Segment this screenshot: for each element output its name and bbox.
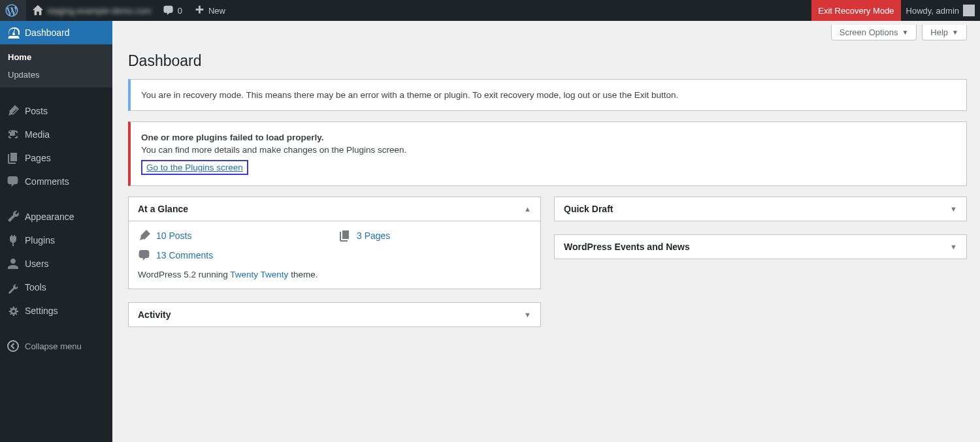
exit-recovery-button[interactable]: Exit Recovery Mode <box>811 0 900 21</box>
plus-icon <box>193 4 206 17</box>
posts-link[interactable]: 10 Posts <box>156 230 191 241</box>
glance-pages: 3 Pages <box>338 229 531 242</box>
activity-header[interactable]: Activity ▼ <box>129 303 540 326</box>
site-name-menu[interactable]: staging.example-demo.com <box>26 0 157 21</box>
help-tab[interactable]: Help ▼ <box>922 25 967 40</box>
comments-icon <box>7 175 20 188</box>
submenu-home[interactable]: Home <box>0 48 112 66</box>
collapse-menu-button[interactable]: Collapse menu <box>0 334 112 340</box>
new-label: New <box>208 6 225 16</box>
admin-bar: staging.example-demo.com 0 New Exit Reco… <box>0 0 980 21</box>
wordpress-logo-icon <box>5 4 18 17</box>
screen-options-tab[interactable]: Screen Options ▼ <box>831 25 917 40</box>
comment-icon <box>162 4 175 17</box>
tools-icon <box>7 281 20 294</box>
sidebar-item-settings[interactable]: Settings <box>0 299 112 323</box>
pin-icon <box>138 229 151 242</box>
content-area: Screen Options ▼ Help ▼ Dashboard You ar… <box>112 0 980 340</box>
new-content-menu[interactable]: New <box>188 0 231 21</box>
chevron-down-icon: ▼ <box>902 29 908 36</box>
sidebar-item-pages[interactable]: Pages <box>0 146 112 170</box>
plugin-error-detail: You can find more details and make chang… <box>141 145 956 155</box>
home-icon <box>31 4 44 17</box>
go-to-plugins-link[interactable]: Go to the Plugins screen <box>146 163 243 172</box>
avatar-icon <box>963 5 975 16</box>
at-a-glance-box: At a Glance ▲ 10 Posts 3 Pages <box>128 197 541 289</box>
pages-icon <box>338 229 351 242</box>
wp-news-box: WordPress Events and News ▼ <box>554 234 967 259</box>
users-icon <box>7 257 20 270</box>
collapse-icon <box>7 339 20 340</box>
pin-icon <box>7 104 20 118</box>
plugin-error-heading: One or more plugins failed to load prope… <box>141 133 324 142</box>
sidebar-item-tools[interactable]: Tools <box>0 276 112 299</box>
glance-posts: 10 Posts <box>138 229 331 242</box>
chevron-down-icon: ▼ <box>952 29 958 36</box>
plugins-icon <box>7 234 20 247</box>
recovery-mode-text: You are in recovery mode. This means the… <box>141 90 956 100</box>
comments-count: 0 <box>178 6 182 16</box>
wp-logo-menu[interactable] <box>0 0 26 21</box>
theme-link[interactable]: Twenty Twenty <box>230 270 288 279</box>
appearance-icon <box>7 210 20 223</box>
dashboard-icon <box>7 26 20 39</box>
pages-icon <box>7 151 20 165</box>
media-icon <box>7 128 20 141</box>
glance-comments: 13 Comments <box>138 249 331 262</box>
submenu-updates[interactable]: Updates <box>0 66 112 84</box>
activity-box: Activity ▼ <box>128 302 541 327</box>
expand-arrow-icon: ▼ <box>524 311 531 319</box>
plugin-error-notice: One or more plugins failed to load prope… <box>128 121 967 186</box>
sidebar-item-users[interactable]: Users <box>0 252 112 276</box>
at-a-glance-header[interactable]: At a Glance ▲ <box>129 197 540 221</box>
recovery-mode-notice: You are in recovery mode. This means the… <box>128 79 967 111</box>
sidebar-item-media[interactable]: Media <box>0 123 112 146</box>
collapse-arrow-icon: ▲ <box>524 205 531 213</box>
wp-news-header[interactable]: WordPress Events and News ▼ <box>555 235 966 259</box>
sidebar-item-dashboard[interactable]: Dashboard <box>0 21 112 44</box>
my-account-menu[interactable]: Howdy, admin <box>901 0 980 21</box>
sidebar-item-plugins[interactable]: Plugins <box>0 229 112 252</box>
sidebar-item-comments[interactable]: Comments <box>0 170 112 193</box>
site-name-text: staging.example-demo.com <box>47 6 152 16</box>
admin-sidebar: Dashboard Home Updates Posts Media Pages… <box>0 21 112 340</box>
expand-arrow-icon: ▼ <box>950 205 957 213</box>
comments-icon <box>138 249 151 262</box>
expand-arrow-icon: ▼ <box>950 243 957 251</box>
dashboard-submenu: Home Updates <box>0 44 112 87</box>
quick-draft-box: Quick Draft ▼ <box>554 197 967 221</box>
page-title: Dashboard <box>128 47 967 79</box>
sidebar-item-posts[interactable]: Posts <box>0 99 112 123</box>
howdy-text: Howdy, admin <box>906 6 959 16</box>
settings-icon <box>7 304 20 317</box>
quick-draft-header[interactable]: Quick Draft ▼ <box>555 197 966 221</box>
comments-link[interactable]: 13 Comments <box>156 250 213 260</box>
pages-link[interactable]: 3 Pages <box>357 230 390 241</box>
comments-menu[interactable]: 0 <box>157 0 188 21</box>
wp-version-line: WordPress 5.2 running Twenty Twenty them… <box>138 270 531 279</box>
sidebar-item-appearance[interactable]: Appearance <box>0 205 112 229</box>
